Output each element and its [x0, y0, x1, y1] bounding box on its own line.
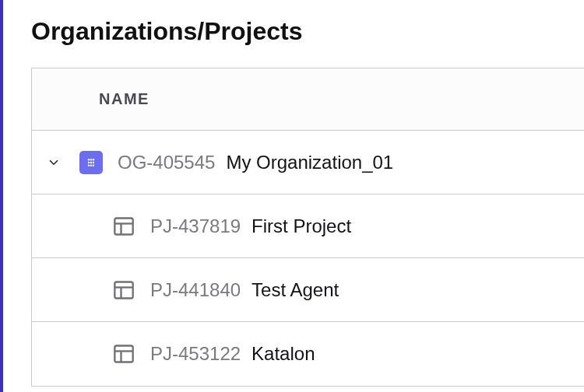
- project-icon: [113, 280, 135, 300]
- project-id: PJ-441840: [150, 279, 241, 301]
- left-accent-rail: [0, 0, 3, 392]
- project-id: PJ-437819: [150, 215, 241, 237]
- org-id: OG-405545: [118, 152, 215, 173]
- org-icon-cell: [76, 151, 107, 174]
- svg-rect-10: [114, 218, 132, 234]
- svg-point-9: [93, 164, 94, 166]
- project-name: Test Agent: [252, 279, 339, 301]
- project-icon: [113, 344, 135, 364]
- table-header-row: NAME: [32, 68, 584, 131]
- svg-point-6: [93, 161, 94, 163]
- project-row[interactable]: PJ-437819 First Project: [32, 194, 584, 258]
- project-icon: [113, 216, 135, 236]
- building-icon: [84, 156, 98, 170]
- project-icon-cell: [108, 344, 139, 364]
- svg-rect-16: [114, 346, 132, 362]
- project-row[interactable]: PJ-453122 Katalon: [32, 322, 584, 386]
- project-icon-cell: [108, 280, 139, 300]
- project-id: PJ-453122: [150, 343, 241, 365]
- chevron-down-icon: [47, 156, 61, 170]
- project-icon-cell: [108, 216, 139, 236]
- svg-point-5: [90, 161, 92, 163]
- project-row[interactable]: PJ-441840 Test Agent: [32, 258, 584, 322]
- column-header-name: NAME: [99, 90, 150, 108]
- svg-point-2: [90, 159, 92, 160]
- svg-point-8: [90, 164, 92, 166]
- svg-point-4: [88, 161, 90, 163]
- organization-icon: [79, 151, 103, 174]
- svg-rect-13: [114, 282, 132, 298]
- orgs-projects-table: NAME: [31, 68, 584, 387]
- org-row[interactable]: OG-405545 My Organization_01: [32, 131, 584, 194]
- expand-toggle[interactable]: [32, 156, 76, 170]
- page-title: Organizations/Projects: [31, 17, 584, 46]
- project-name: First Project: [252, 215, 351, 237]
- svg-point-7: [88, 164, 90, 166]
- org-name: My Organization_01: [226, 152, 393, 173]
- svg-point-3: [93, 159, 94, 160]
- project-name: Katalon: [252, 343, 315, 365]
- svg-point-1: [88, 159, 90, 160]
